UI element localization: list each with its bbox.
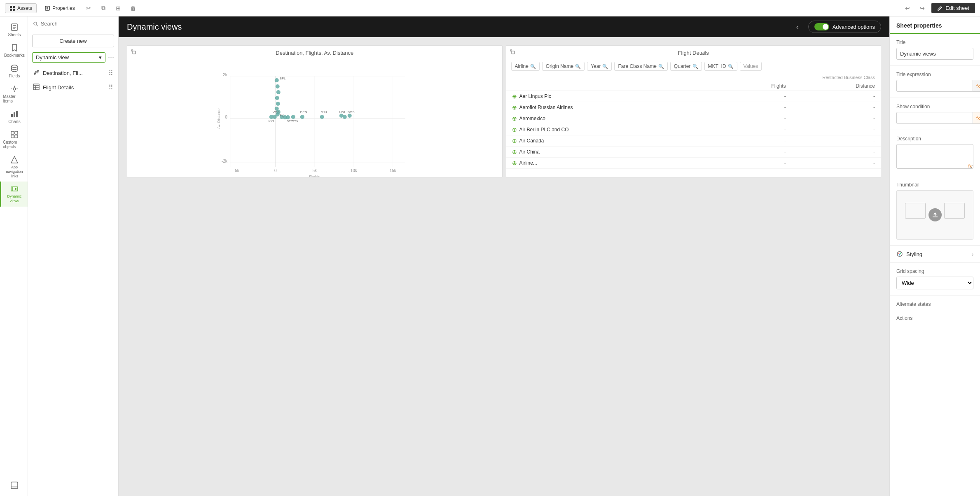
svg-text:STX: STX: [292, 119, 299, 123]
assets-tab[interactable]: Assets: [5, 3, 37, 13]
destination-more-btn[interactable]: ⠿: [108, 69, 113, 77]
expand-icon[interactable]: ⊕: [512, 104, 517, 111]
edit-sheet-button[interactable]: Edit sheet: [931, 3, 975, 13]
svg-point-65: [276, 102, 280, 106]
paste-btn[interactable]: ⊞: [112, 2, 124, 14]
title-expression-fx-btn[interactable]: fx: [973, 80, 980, 92]
filter-origin-label: Origin Name: [546, 63, 573, 69]
grid-spacing-select[interactable]: Wide Medium Narrow: [896, 277, 973, 289]
delete-btn[interactable]: 🗑: [127, 2, 139, 14]
sidebar-item-sheets[interactable]: Sheets: [0, 20, 28, 40]
bottom-icon: [10, 481, 19, 489]
col-distance-header: Distance: [792, 82, 881, 91]
svg-point-74: [291, 115, 295, 119]
properties-tab[interactable]: Properties: [40, 3, 80, 13]
undo-btn[interactable]: ↩: [902, 2, 913, 14]
advanced-options-toggle[interactable]: Advanced options: [808, 21, 881, 33]
svg-point-36: [37, 72, 38, 73]
canvas-area: Destination, Flights, Av. Distance 2k 0 …: [119, 37, 889, 496]
asset-item-flight-details[interactable]: Flight Details ⠿: [28, 80, 118, 95]
filter-mkt-id[interactable]: MKT_ID 🔍: [704, 62, 737, 71]
svg-point-63: [276, 90, 281, 94]
svg-point-60: [275, 78, 279, 82]
sheet-properties-header: Sheet properties: [890, 16, 980, 34]
title-expression-input[interactable]: [896, 80, 973, 92]
description-fx-btn[interactable]: fx: [968, 163, 972, 168]
asset-item-destination[interactable]: Destination, Fli... ⠿: [28, 66, 118, 80]
styling-label: Styling: [906, 251, 922, 257]
filter-fare-class[interactable]: Fare Class Name 🔍: [614, 62, 667, 71]
svg-rect-24: [15, 135, 18, 138]
svg-point-93: [898, 253, 900, 254]
svg-text:-5k: -5k: [234, 168, 240, 173]
svg-rect-3: [13, 9, 15, 11]
cut-btn[interactable]: ✂: [83, 2, 94, 14]
svg-point-34: [37, 70, 39, 72]
assets-tab-label: Assets: [17, 5, 32, 11]
table-export-icon[interactable]: [510, 49, 515, 56]
topbar-right: ↩ ↪ Edit sheet: [902, 2, 975, 14]
sidebar-item-master-items[interactable]: Master items: [0, 82, 28, 107]
custom-objects-label: Custom objects: [3, 140, 26, 149]
flight-details-label: Flight Details: [43, 84, 105, 91]
filter-quarter[interactable]: Quarter 🔍: [670, 62, 702, 71]
sidebar-item-dynamic-views[interactable]: Dynamic views: [0, 182, 28, 207]
sidebar-item-charts[interactable]: Charts: [0, 107, 28, 127]
sidebar-item-bottom[interactable]: [7, 478, 20, 493]
scatter-chart-title: Destination, Flights, Av. Distance: [133, 50, 496, 56]
more-options-btn[interactable]: ···: [105, 53, 114, 62]
filter-airline[interactable]: Airline 🔍: [511, 62, 540, 71]
svg-rect-37: [33, 84, 39, 90]
create-new-button[interactable]: Create new: [32, 35, 114, 47]
sidebar-item-bookmarks[interactable]: Bookmarks: [0, 40, 28, 61]
show-condition-input[interactable]: [896, 112, 973, 124]
title-label: Title: [896, 40, 973, 45]
show-condition-fx-btn[interactable]: fx: [973, 112, 980, 124]
description-textarea[interactable]: [896, 144, 973, 169]
properties-tab-label: Properties: [52, 5, 75, 11]
advanced-options-label: Advanced options: [833, 24, 875, 30]
svg-rect-20: [16, 111, 18, 117]
properties-icon: [44, 5, 50, 11]
expand-icon[interactable]: ⊕: [512, 137, 517, 144]
svg-point-72: [286, 115, 290, 119]
thumbnail-area[interactable]: [896, 190, 973, 240]
expand-icon[interactable]: ⊕: [512, 149, 517, 155]
filter-fare-label: Fare Class Name: [618, 63, 656, 69]
table-filters: Airline 🔍 Origin Name 🔍 Year 🔍 Fare Clas…: [506, 58, 881, 73]
show-condition-input-group: fx: [896, 112, 973, 124]
dynamic-views-label: Dynamic views: [3, 194, 26, 203]
scatter-export-icon[interactable]: [131, 49, 136, 56]
row-air-canada: ⊕ Air Canada: [506, 135, 716, 147]
redo-btn[interactable]: ↪: [917, 2, 928, 14]
copy-btn[interactable]: ⧉: [98, 2, 109, 14]
grid-spacing-label: Grid spacing: [896, 268, 973, 274]
topbar-left: Assets Properties ✂ ⧉ ⊞ 🗑: [5, 2, 139, 14]
filter-year[interactable]: Year 🔍: [587, 62, 612, 71]
styling-left: Styling: [896, 251, 922, 257]
svg-rect-89: [512, 51, 515, 54]
bookmarks-icon: [10, 44, 19, 52]
expand-icon[interactable]: ⊕: [512, 160, 517, 166]
title-input[interactable]: [896, 48, 973, 60]
expand-icon[interactable]: ⊕: [512, 126, 517, 133]
filter-origin-name[interactable]: Origin Name 🔍: [542, 62, 585, 71]
sidebar-item-app-navigation[interactable]: App navigation links: [0, 152, 28, 182]
nav-back-btn[interactable]: ‹: [792, 21, 803, 33]
dynamic-view-dropdown[interactable]: Dynamic view ▾: [32, 52, 105, 63]
title-expression-label: Title expression: [896, 72, 973, 77]
svg-text:0: 0: [225, 115, 227, 119]
svg-point-76: [300, 115, 304, 119]
sidebar-item-fields[interactable]: Fields: [0, 61, 28, 82]
search-input[interactable]: [41, 21, 113, 27]
assets-panel: Create new Dynamic view ▾ ··· Destinatio…: [28, 16, 119, 496]
expand-icon[interactable]: ⊕: [512, 93, 517, 100]
styling-row[interactable]: Styling ›: [890, 246, 980, 263]
expand-icon[interactable]: ⊕: [512, 115, 517, 122]
svg-rect-0: [10, 6, 12, 8]
flight-details-more-btn[interactable]: ⠿: [108, 84, 113, 91]
thumbnail-upload-icon[interactable]: [929, 208, 942, 221]
svg-point-27: [15, 188, 16, 190]
col-flights-header: Flights: [716, 82, 791, 91]
sidebar-item-custom-objects[interactable]: Custom objects: [0, 127, 28, 152]
